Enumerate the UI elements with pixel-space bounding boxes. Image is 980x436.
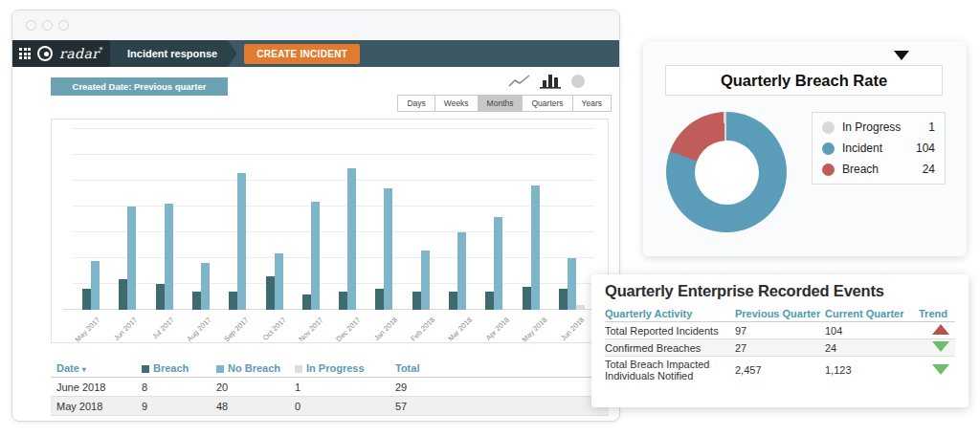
breadcrumb[interactable]: Incident response [110, 40, 236, 67]
table-cell: 1 [295, 382, 395, 393]
bar-breach[interactable] [266, 276, 275, 310]
create-incident-button[interactable]: CREATE INCIDENT [244, 44, 360, 64]
bar-group-nov-2017 [302, 129, 320, 310]
bar-breach[interactable] [485, 292, 494, 310]
brand-block: radar* [12, 40, 119, 67]
bar-breach[interactable] [449, 292, 457, 310]
x-axis-labels: May 2017Jun 2017Jul 2017Aug 2017Sep 2017… [73, 310, 594, 342]
brand-name: radar* [59, 46, 103, 61]
table-cell: Confirmed Breaches [605, 342, 735, 354]
legend-row-breach: Breach24 [822, 159, 935, 180]
bar-breach[interactable] [156, 284, 165, 310]
legend-row-incident: Incident104 [822, 138, 935, 159]
incident-table-row[interactable]: June 2018820129 [51, 378, 609, 397]
table-cell [919, 324, 955, 337]
trend-down-icon [932, 364, 949, 375]
bar-no-breach[interactable] [457, 232, 466, 310]
bar-breach[interactable] [375, 289, 384, 310]
x-tick-label: Oct 2017 [261, 316, 288, 342]
bar-no-breach[interactable] [201, 263, 210, 310]
range-tab-days[interactable]: Days [397, 95, 434, 112]
incident-table-header: Date▾BreachNo BreachIn ProgressTotal [51, 359, 609, 378]
bar-no-breach[interactable] [568, 258, 576, 310]
quarterly-breach-rate-panel: Quarterly Breach Rate In Progress1Incide… [643, 41, 967, 256]
range-tab-months[interactable]: Months [478, 95, 523, 112]
bar-no-breach[interactable] [347, 168, 356, 311]
window-titlebar [12, 11, 619, 40]
brand-trademark: * [100, 46, 104, 54]
column-header-in-progress[interactable]: In Progress [295, 362, 395, 374]
table-cell: 48 [216, 401, 295, 412]
bar-group-may-2018 [523, 129, 540, 310]
bar-no-breach[interactable] [275, 253, 283, 310]
table-cell: 20 [216, 382, 295, 393]
column-header-total[interactable]: Total [395, 362, 609, 374]
bar-breach[interactable] [559, 289, 568, 310]
range-tab-quarters[interactable]: Quarters [522, 95, 572, 112]
window-minimize-button[interactable] [42, 20, 53, 31]
table-cell: 43 [395, 420, 609, 423]
bar-breach[interactable] [412, 292, 421, 310]
bar-breach[interactable] [192, 292, 201, 310]
table-cell: 104 [825, 325, 919, 337]
table-cell: June 2018 [56, 382, 142, 393]
browser-window: radar* Incident response CREATE INCIDENT… [11, 10, 620, 422]
incident-table-row[interactable]: April 2018736043 [51, 416, 609, 422]
column-header-date[interactable]: Date▾ [56, 362, 142, 374]
bar-group-jun-2018 [559, 129, 585, 310]
app-grid-icon[interactable] [19, 48, 31, 59]
bar-breach[interactable] [119, 279, 127, 310]
column-header-breach[interactable]: Breach [142, 362, 216, 374]
bar-breach[interactable] [302, 294, 311, 310]
legend-dot-icon [822, 164, 835, 176]
breach-rate-legend: In Progress1Incident104Breach24 [812, 112, 946, 185]
legend-dot-icon [822, 121, 835, 134]
window-close-button[interactable] [26, 20, 36, 31]
bar-no-breach[interactable] [237, 173, 246, 310]
table-cell: 29 [395, 382, 609, 393]
table-cell: 27 [735, 342, 825, 354]
bar-breach[interactable] [523, 287, 531, 310]
help-icon[interactable] [571, 75, 585, 88]
bar-breach[interactable] [82, 289, 91, 310]
table-cell: April 2018 [56, 420, 142, 423]
column-header-no-breach[interactable]: No Breach [216, 362, 295, 374]
incident-table-row[interactable]: May 2018948057 [51, 397, 609, 416]
bar-no-breach[interactable] [531, 185, 540, 310]
column-header-quarterly-activity: Quarterly Activity [605, 308, 735, 319]
table-cell: 8 [142, 382, 216, 393]
legend-row-in-progress: In Progress1 [822, 117, 935, 138]
window-zoom-button[interactable] [58, 20, 69, 31]
line-chart-icon[interactable] [508, 74, 531, 88]
breach-rate-title: Quarterly Breach Rate [665, 65, 943, 96]
bar-no-breach[interactable] [165, 204, 173, 310]
bar-no-breach[interactable] [127, 207, 136, 310]
bar-group-sep-2017 [229, 129, 246, 310]
quarterly-events-table: Quarterly ActivityPrevious QuarterCurren… [605, 306, 955, 383]
table-cell: 0 [295, 420, 395, 423]
incident-bar-chart: May 2017Jun 2017Jul 2017Aug 2017Sep 2017… [51, 119, 609, 343]
bar-group-mar-2018 [449, 129, 466, 310]
series-swatch-icon [216, 365, 224, 373]
bar-no-breach[interactable] [494, 217, 502, 310]
table-cell: 7 [142, 420, 216, 423]
legend-value: 24 [923, 163, 935, 176]
donut-hole [695, 141, 759, 205]
legend-dot-icon [822, 142, 835, 155]
legend-label: Incident [842, 142, 882, 155]
bar-breach[interactable] [229, 292, 237, 310]
x-tick-label: Aug 2017 [186, 316, 213, 343]
legend-value: 1 [928, 120, 935, 134]
range-tab-years[interactable]: Years [572, 95, 612, 112]
bar-no-breach[interactable] [91, 261, 100, 310]
bar-breach[interactable] [339, 292, 347, 310]
filter-chip-created-date[interactable]: Created Date: Previous quarter [51, 77, 228, 96]
range-tab-weeks[interactable]: Weeks [434, 95, 479, 112]
bar-no-breach[interactable] [384, 188, 392, 310]
x-tick-label: Dec 2017 [334, 316, 362, 343]
bar-chart-icon[interactable] [540, 73, 563, 89]
collapse-caret-icon[interactable] [894, 51, 909, 60]
bar-no-breach[interactable] [421, 251, 430, 310]
bar-no-breach[interactable] [311, 202, 320, 310]
table-cell [919, 341, 955, 354]
